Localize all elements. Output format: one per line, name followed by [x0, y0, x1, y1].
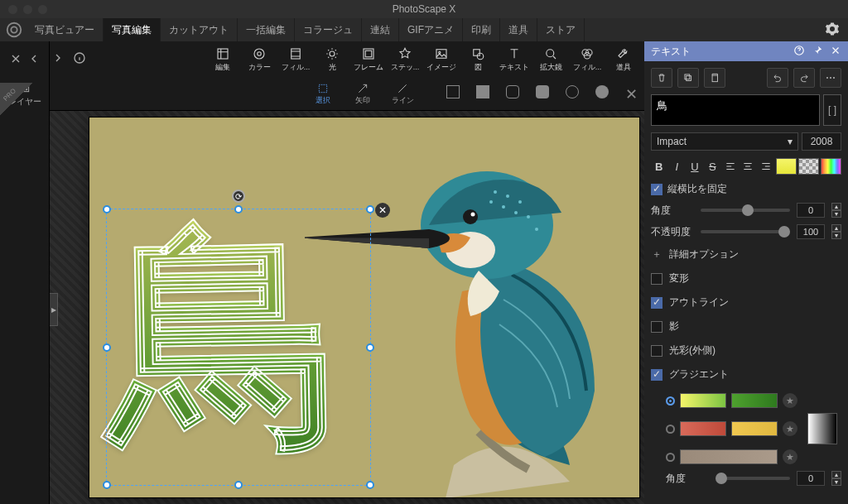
glow-checkbox[interactable] [651, 345, 662, 357]
gradient-color-3[interactable] [680, 449, 778, 464]
tool-frame[interactable]: フレーム [351, 43, 386, 76]
subtool-select[interactable]: 選択 [311, 82, 335, 106]
align-right-button[interactable] [758, 157, 774, 175]
text-brackets-button[interactable]: [ ] [823, 94, 841, 126]
shape-rect-filled[interactable] [476, 85, 489, 98]
gradient-angle-slider[interactable] [716, 477, 790, 480]
shape-circle-outline[interactable] [566, 85, 579, 98]
tab-tools[interactable]: 道具 [500, 18, 537, 41]
settings-button[interactable] [825, 22, 840, 39]
next-button[interactable] [51, 51, 65, 67]
undo-button[interactable] [767, 68, 788, 88]
tab-gif[interactable]: GIFアニメ [399, 18, 463, 41]
close-window-button[interactable] [8, 5, 17, 14]
zoom-window-button[interactable] [38, 5, 47, 14]
angle-value[interactable]: 0 [797, 203, 825, 218]
outline-checkbox[interactable] [651, 297, 662, 309]
advanced-options-row[interactable]: ＋詳細オプション [651, 246, 841, 263]
align-left-button[interactable] [722, 157, 739, 175]
shape-roundrect-outline[interactable] [506, 85, 519, 98]
tool-magnifier[interactable]: 拡大鏡 [533, 43, 568, 76]
strike-button[interactable]: S [705, 157, 721, 175]
delete-button[interactable] [651, 68, 672, 88]
tab-combine[interactable]: 連結 [362, 18, 399, 41]
text-transparent-swatch[interactable] [798, 158, 819, 175]
tool-edit[interactable]: 編集 [205, 43, 240, 76]
gradient-angle-value[interactable]: 0 [797, 471, 825, 486]
tab-cutout[interactable]: カットアウト [161, 18, 238, 41]
subtool-arrow[interactable]: 矢印 [350, 82, 375, 106]
canvas-stage[interactable]: ▸ [50, 111, 644, 504]
copy-button[interactable] [704, 68, 725, 88]
text-color-swatch[interactable] [776, 158, 797, 175]
gradient-color-2b[interactable] [731, 421, 778, 436]
outline-row[interactable]: アウトライン [651, 294, 841, 311]
tool-sticker[interactable]: ステッ... [388, 43, 422, 76]
tool-shape[interactable]: 図 [460, 43, 495, 76]
shape-roundrect-filled[interactable] [536, 85, 549, 98]
tab-batch[interactable]: 一括編集 [238, 18, 295, 41]
transform-checkbox[interactable] [651, 273, 662, 285]
gradient-fav-2[interactable]: ★ [783, 421, 797, 436]
italic-button[interactable]: I [669, 157, 686, 175]
angle-slider[interactable] [701, 209, 790, 212]
gradient-row[interactable]: グラジエント [651, 366, 841, 383]
opacity-slider[interactable] [701, 230, 790, 233]
tool-image[interactable]: イメージ [424, 43, 459, 76]
text-content-input[interactable] [651, 94, 820, 126]
pin-button[interactable] [812, 45, 823, 59]
font-family-select[interactable]: Impact▾ [651, 132, 798, 151]
tool-toolbox[interactable]: 道具 [606, 43, 641, 76]
transform-row[interactable]: 変形 [651, 270, 841, 287]
gradient-color-1b[interactable] [731, 393, 778, 408]
shadow-checkbox[interactable] [651, 321, 662, 333]
text-rainbow-swatch[interactable] [821, 158, 841, 175]
subtool-line[interactable]: ライン [390, 82, 415, 106]
info-button[interactable] [73, 51, 86, 67]
bold-button[interactable]: B [651, 157, 667, 175]
more-button[interactable]: ⋯ [820, 68, 841, 88]
close-panel-button[interactable] [830, 45, 841, 59]
resize-handle-bm[interactable] [234, 481, 243, 489]
gradient-option-1-radio[interactable] [666, 396, 675, 406]
help-button[interactable] [793, 45, 805, 59]
text-object[interactable]: 鳥 [108, 217, 364, 482]
font-size-input[interactable] [802, 132, 841, 151]
gradient-checkbox[interactable] [651, 369, 662, 381]
tab-editor[interactable]: 写真編集 [104, 18, 161, 41]
duplicate-button[interactable] [677, 68, 699, 88]
gradient-option-2-radio[interactable] [666, 425, 675, 434]
tool-film[interactable]: フィル... [278, 43, 313, 76]
prev-button[interactable] [27, 52, 41, 68]
tool-filter[interactable]: フィル... [570, 43, 605, 76]
angle-stepper[interactable]: ▲▼ [831, 203, 841, 218]
gradient-color-1a[interactable] [680, 393, 726, 408]
gradient-angle-stepper[interactable]: ▲▼ [831, 471, 841, 486]
gradient-fav-3[interactable]: ★ [783, 449, 797, 464]
align-center-button[interactable] [740, 157, 757, 175]
shape-rect-outline[interactable] [446, 85, 460, 98]
opacity-value[interactable]: 100 [797, 224, 825, 239]
glow-row[interactable]: 光彩(外側) [651, 342, 841, 359]
redo-button[interactable] [793, 68, 815, 88]
tool-color[interactable]: カラー [242, 43, 277, 76]
gradient-color-2a[interactable] [680, 421, 726, 436]
rotate-handle[interactable]: ⟳ [232, 190, 245, 203]
tool-light[interactable]: 光 [315, 43, 349, 76]
tab-viewer[interactable]: 写真ビュアー [26, 18, 104, 41]
shape-clear-button[interactable]: ✕ [625, 85, 638, 103]
resize-handle-bl[interactable] [103, 481, 111, 489]
gradient-preset-bw[interactable] [807, 413, 837, 444]
tab-store[interactable]: ストア [537, 18, 585, 41]
underline-button[interactable]: U [687, 157, 703, 175]
tool-text[interactable]: テキスト [497, 43, 532, 76]
expand-left-panel-button[interactable]: ▸ [50, 293, 58, 326]
opacity-stepper[interactable]: ▲▼ [831, 224, 841, 239]
shape-circle-filled[interactable] [595, 85, 609, 98]
gradient-fav-1[interactable]: ★ [783, 393, 797, 408]
shadow-row[interactable]: 影 [651, 318, 841, 335]
tab-print[interactable]: 印刷 [463, 18, 500, 41]
edited-image[interactable]: 鳥 ⟳ ✕ [89, 118, 639, 497]
tab-collage[interactable]: コラージュ [295, 18, 362, 41]
gradient-option-3-radio[interactable] [666, 453, 675, 462]
